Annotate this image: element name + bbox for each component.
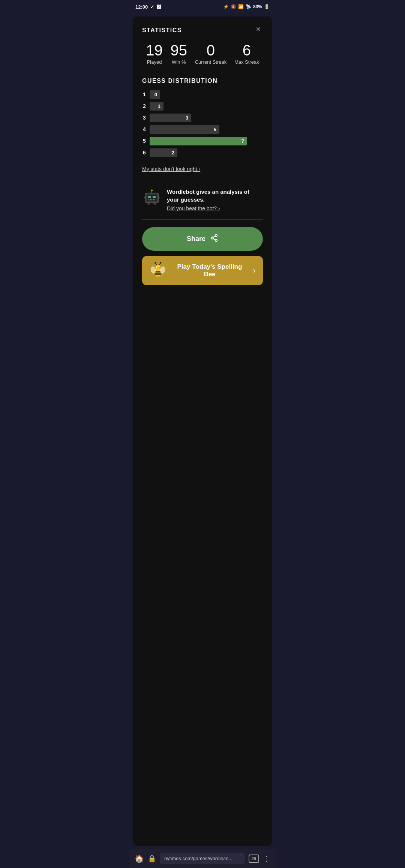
dist-row-4: 45 (142, 125, 263, 134)
svg-point-14 (158, 196, 160, 198)
dist-bar-2: 1 (150, 102, 164, 111)
dist-label-2: 2 (142, 103, 147, 109)
wordlebot-title: Wordlebot gives an analysis of your gues… (167, 188, 263, 204)
dist-row-1: 10 (142, 90, 263, 99)
wordlebot-section: Wordlebot gives an analysis of your gues… (142, 188, 263, 212)
dist-bar-container-2: 1 (150, 102, 263, 111)
svg-line-18 (213, 238, 215, 240)
dist-bar-container-3: 3 (150, 114, 263, 122)
dist-row-2: 21 (142, 102, 263, 111)
dist-bar-container-5: 7 (150, 137, 263, 145)
svg-line-19 (213, 236, 215, 238)
stat-played: 19 Played (146, 43, 163, 66)
distribution-chart: 102133455762 (142, 90, 263, 157)
wordlebot-text: Wordlebot gives an analysis of your gues… (167, 188, 263, 212)
svg-point-31 (160, 262, 162, 263)
svg-point-26 (157, 267, 158, 268)
dist-row-5: 57 (142, 137, 263, 145)
played-label: Played (147, 59, 162, 66)
dist-row-6: 62 (142, 148, 263, 157)
svg-point-34 (157, 276, 159, 278)
dist-bar-1: 0 (150, 90, 160, 99)
dist-bar-container-1: 0 (150, 90, 263, 99)
spelling-bee-button[interactable]: Play Today's Spelling Bee › (142, 256, 263, 285)
stat-current-streak: 0 Current Streak (195, 43, 227, 66)
spelling-bee-label: Play Today's Spelling Bee (172, 263, 248, 278)
stat-max-streak: 6 Max Streak (234, 43, 259, 66)
dist-bar-container-6: 2 (150, 148, 263, 157)
svg-rect-3 (153, 196, 156, 198)
win-pct-value: 95 (171, 43, 188, 58)
status-right: ⚡ 🔇 📶 📡 83% 🔋 (223, 4, 270, 9)
svg-point-8 (154, 199, 156, 200)
more-options-icon[interactable]: ⋮ (263, 854, 270, 863)
dist-row-3: 33 (142, 114, 263, 122)
svg-point-30 (154, 262, 156, 263)
wordlebot-link[interactable]: Did you beat the bot? › (167, 205, 220, 211)
svg-rect-12 (153, 203, 156, 205)
svg-point-23 (156, 265, 161, 270)
wordlebot-icon (142, 188, 162, 207)
dist-bar-5: 7 (150, 137, 247, 145)
check-icon: ✓ (150, 4, 154, 10)
share-label: Share (187, 235, 206, 243)
played-value: 19 (146, 43, 163, 58)
stat-win-pct: 95 Win % (171, 43, 188, 66)
stats-row: 19 Played 95 Win % 0 Current Streak 6 Ma… (142, 43, 263, 66)
svg-point-6 (152, 199, 153, 200)
svg-point-7 (153, 199, 154, 200)
status-left: 12:00 ✓ 🖼 (135, 4, 161, 10)
max-streak-label: Max Streak (234, 59, 259, 66)
share-icon (210, 234, 218, 244)
max-streak-value: 6 (243, 43, 251, 58)
close-button[interactable]: × (252, 23, 264, 35)
chevron-icon: › (253, 266, 255, 275)
time: 12:00 (135, 4, 148, 10)
lock-icon: 🔒 (148, 855, 156, 863)
browser-bar: 🏠 🔒 nytimes.com/games/wordle/in... 29 ⋮ (129, 849, 276, 868)
battery: 83% (253, 4, 262, 9)
win-pct-label: Win % (172, 59, 186, 66)
dist-label-3: 3 (142, 115, 147, 121)
dist-label-4: 4 (142, 126, 147, 132)
dist-label-1: 1 (142, 91, 147, 97)
wifi-icon: 📶 (238, 4, 244, 9)
svg-rect-22 (154, 273, 161, 275)
current-streak-label: Current Streak (195, 59, 227, 66)
svg-point-10 (151, 189, 153, 191)
dist-bar-4: 5 (150, 125, 219, 134)
share-button[interactable]: Share (142, 227, 263, 251)
statistics-modal: × STATISTICS 19 Played 95 Win % 0 Curren… (133, 16, 272, 846)
svg-rect-2 (148, 196, 151, 198)
spelling-bee-left: Play Today's Spelling Bee (150, 262, 248, 279)
current-streak-value: 0 (207, 43, 215, 58)
battery-icon: 🔋 (264, 4, 270, 9)
mute-icon: 🔇 (231, 4, 236, 9)
bee-icon (150, 262, 166, 279)
svg-point-27 (159, 267, 160, 268)
statistics-title: STATISTICS (142, 27, 263, 34)
dist-bar-3: 3 (150, 114, 191, 122)
dist-label-5: 5 (142, 138, 147, 144)
svg-point-13 (144, 196, 146, 198)
divider-1 (142, 180, 263, 180)
url-text: nytimes.com/games/wordle/in... (164, 856, 232, 861)
url-bar[interactable]: nytimes.com/games/wordle/in... (160, 853, 245, 864)
dist-label-6: 6 (142, 150, 147, 156)
svg-point-4 (148, 199, 150, 200)
home-icon[interactable]: 🏠 (135, 854, 144, 863)
tab-count-badge[interactable]: 29 (249, 855, 259, 863)
divider-2 (142, 219, 263, 220)
dist-bar-6: 2 (150, 148, 177, 157)
status-bar: 12:00 ✓ 🖼 ⚡ 🔇 📶 📡 83% 🔋 (129, 0, 276, 13)
dist-bar-container-4: 5 (150, 125, 263, 134)
svg-point-5 (150, 199, 151, 200)
svg-rect-11 (147, 203, 150, 205)
signal-icon: 📡 (246, 4, 251, 9)
bluetooth-icon: ⚡ (223, 4, 229, 9)
guess-dist-title: GUESS DISTRIBUTION (142, 78, 263, 84)
image-icon: 🖼 (156, 4, 161, 10)
stats-link[interactable]: My stats don't look right › (142, 166, 200, 172)
